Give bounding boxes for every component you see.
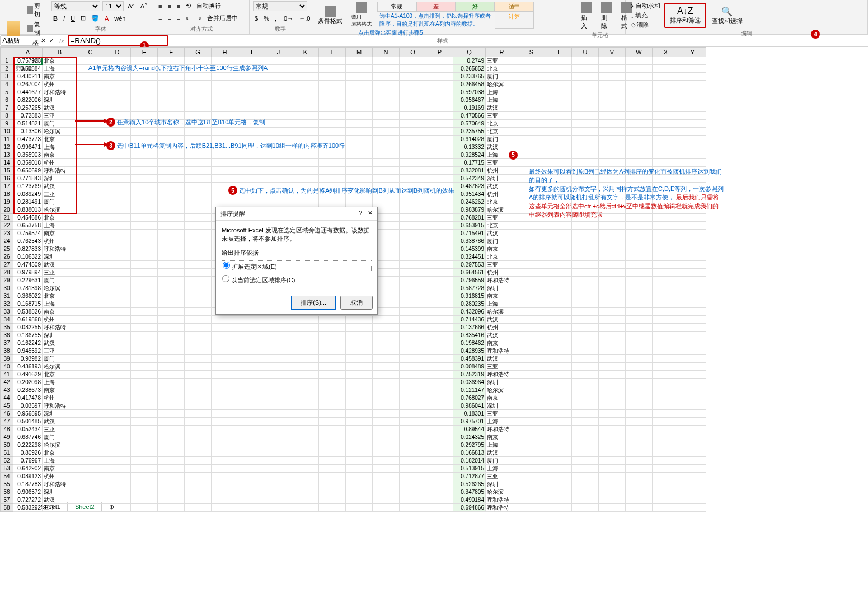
find-select-button[interactable]: 🔍 查找和选择 [709, 5, 746, 26]
cell[interactable] [599, 222, 626, 230]
cell[interactable] [545, 480, 572, 488]
cell[interactable]: 0.441677 [13, 88, 43, 96]
cell[interactable] [679, 300, 706, 308]
cell[interactable] [131, 300, 158, 308]
cell[interactable] [373, 159, 400, 167]
cell[interactable] [400, 449, 426, 457]
cell[interactable] [572, 284, 599, 292]
cell[interactable] [400, 175, 426, 183]
cell[interactable] [679, 355, 706, 363]
cell[interactable] [158, 371, 185, 379]
cell[interactable] [77, 386, 104, 394]
cell[interactable] [292, 316, 319, 324]
cell[interactable] [77, 355, 104, 363]
cell[interactable] [104, 183, 131, 190]
cell[interactable]: 北京 [486, 65, 518, 73]
cell[interactable]: 上海 [486, 465, 518, 473]
cell[interactable] [77, 363, 104, 371]
cell[interactable]: 杭州 [43, 316, 77, 324]
cell[interactable] [599, 410, 626, 418]
cell[interactable] [212, 402, 238, 410]
cell[interactable] [185, 371, 212, 379]
cell[interactable]: 三亚 [486, 410, 518, 418]
indent-dec-button[interactable]: ⇤ [184, 14, 193, 22]
row-header[interactable]: 58 [0, 504, 13, 512]
cell[interactable] [518, 104, 545, 112]
fill-button[interactable]: ↓ 填充 [629, 11, 662, 20]
cell[interactable] [158, 379, 185, 386]
cell[interactable] [426, 426, 453, 433]
cell[interactable] [599, 104, 626, 112]
cell[interactable] [346, 57, 373, 65]
cell[interactable] [518, 473, 545, 480]
cell[interactable] [131, 206, 158, 214]
cell[interactable] [679, 473, 706, 480]
cell[interactable] [572, 457, 599, 465]
cell[interactable] [212, 488, 238, 496]
cell[interactable] [265, 65, 292, 73]
cell[interactable]: 0.653915 [453, 222, 486, 230]
cell[interactable] [679, 245, 706, 253]
cell[interactable] [77, 237, 104, 245]
cell[interactable]: 0.72883 [13, 112, 43, 120]
cell[interactable] [292, 332, 319, 339]
cell[interactable]: 0.906572 [13, 488, 43, 496]
cell[interactable]: 0.198462 [453, 339, 486, 347]
cell[interactable] [626, 504, 653, 512]
cell[interactable]: 上海 [486, 300, 518, 308]
cell[interactable] [400, 57, 426, 65]
cell[interactable] [319, 81, 346, 88]
cell[interactable]: 厦门 [486, 237, 518, 245]
cell[interactable] [346, 65, 373, 73]
cell[interactable] [158, 496, 185, 504]
cell[interactable] [599, 88, 626, 96]
cell[interactable] [238, 332, 265, 339]
cell[interactable] [572, 332, 599, 339]
cell[interactable] [518, 261, 545, 269]
row-header[interactable]: 27 [0, 261, 13, 269]
cell[interactable] [653, 449, 679, 457]
cell[interactable] [373, 355, 400, 363]
row-header[interactable]: 4 [0, 81, 13, 88]
cell[interactable] [426, 57, 453, 65]
row-header[interactable]: 55 [0, 480, 13, 488]
cell[interactable] [653, 284, 679, 292]
cell[interactable] [104, 410, 131, 418]
cell[interactable] [545, 465, 572, 473]
cell[interactable] [626, 332, 653, 339]
cell[interactable] [238, 449, 265, 457]
cell[interactable] [572, 292, 599, 300]
cell[interactable] [572, 81, 599, 88]
cell[interactable] [238, 394, 265, 402]
cell[interactable] [131, 488, 158, 496]
bold-button[interactable]: B [51, 15, 59, 22]
cell[interactable] [426, 73, 453, 81]
cell[interactable] [572, 65, 599, 73]
cell[interactable] [599, 96, 626, 104]
cell[interactable] [104, 473, 131, 480]
cell[interactable]: 0.082255 [13, 324, 43, 332]
cell[interactable] [346, 167, 373, 175]
cell[interactable] [518, 245, 545, 253]
cell[interactable] [77, 151, 104, 159]
cell[interactable]: 0.619868 [13, 316, 43, 324]
row-header[interactable]: 9 [0, 120, 13, 128]
cell[interactable] [131, 151, 158, 159]
cell[interactable] [131, 347, 158, 355]
cell[interactable] [77, 214, 104, 222]
cell[interactable] [185, 128, 212, 136]
row-header[interactable]: 16 [0, 175, 13, 183]
cell[interactable] [104, 269, 131, 277]
cell[interactable] [653, 292, 679, 300]
row-header[interactable]: 34 [0, 316, 13, 324]
cell[interactable] [77, 81, 104, 88]
cell[interactable]: 0.166813 [453, 449, 486, 457]
cell[interactable] [545, 159, 572, 167]
cell[interactable] [400, 237, 426, 245]
cell[interactable] [679, 465, 706, 473]
cell[interactable] [265, 73, 292, 81]
cell[interactable] [104, 496, 131, 504]
copy-button[interactable]: 复制 [26, 20, 44, 38]
cell[interactable] [373, 410, 400, 418]
cell[interactable] [158, 175, 185, 183]
